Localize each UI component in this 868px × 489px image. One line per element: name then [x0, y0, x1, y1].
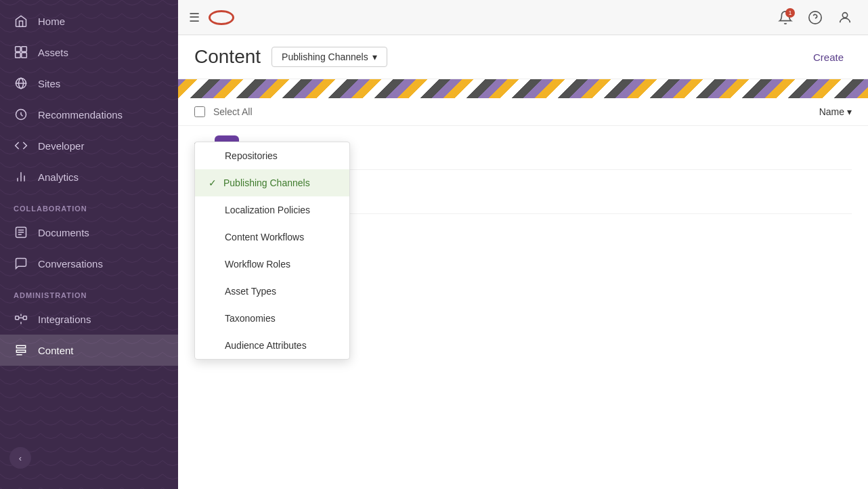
sidebar-item-content[interactable]: Content	[0, 335, 178, 366]
documents-icon	[14, 225, 28, 240]
notifications-button[interactable]: 1	[773, 5, 798, 30]
integrations-icon	[14, 312, 28, 326]
sidebar-item-developer[interactable]: Developer	[0, 130, 178, 161]
sidebar-item-documents[interactable]: Documents	[0, 217, 178, 248]
home-icon	[14, 14, 28, 28]
sites-icon	[14, 76, 28, 91]
sidebar-item-assets[interactable]: Assets	[0, 37, 178, 68]
svg-rect-2	[16, 53, 21, 58]
recommendations-icon	[14, 107, 28, 122]
oracle-oval	[209, 10, 234, 25]
select-all-checkbox[interactable]	[194, 106, 205, 117]
sidebar-item-recommendations[interactable]: Recommendations	[0, 99, 178, 130]
svg-rect-0	[16, 47, 21, 52]
analytics-icon	[14, 169, 28, 184]
sidebar-item-conversations[interactable]: Conversations	[0, 248, 178, 279]
dropdown-item-publishing-channels[interactable]: ✓ Publishing Channels	[195, 169, 349, 196]
profile-button[interactable]	[833, 5, 857, 30]
dropdown-menu: Repositories ✓ Publishing Channels Local…	[194, 142, 350, 360]
sidebar-item-developer-label: Developer	[38, 140, 84, 152]
sidebar-item-sites[interactable]: Sites	[0, 68, 178, 99]
dropdown-item-repositories[interactable]: Repositories	[195, 142, 349, 169]
sidebar-item-analytics[interactable]: Analytics	[0, 161, 178, 192]
sidebar-navigation: Home Assets Sites Recommendations Develo	[0, 0, 178, 489]
topbar: ☰ 1	[178, 0, 868, 35]
select-all-label: Select All	[213, 106, 253, 117]
dropdown-item-audience-attributes[interactable]: Audience Attributes	[195, 332, 349, 359]
sidebar-collapse-button[interactable]: ‹	[9, 447, 31, 469]
svg-rect-1	[22, 47, 27, 52]
developer-icon	[14, 138, 28, 153]
check-icon: ✓	[209, 177, 217, 188]
sidebar-item-recommendations-label: Recommendations	[38, 109, 123, 121]
table-header: Select All Name ▾	[178, 98, 868, 126]
collaboration-section-label: COLLABORATION	[0, 192, 178, 217]
dropdown-item-taxonomies[interactable]: Taxonomies	[195, 305, 349, 332]
svg-rect-13	[16, 316, 19, 320]
conversations-icon	[14, 256, 28, 271]
banner-stripe	[178, 79, 868, 98]
name-sort-button[interactable]: Name ▾	[819, 106, 852, 117]
help-button[interactable]	[803, 5, 827, 30]
notification-badge: 1	[785, 8, 795, 18]
sidebar-item-analytics-label: Analytics	[38, 171, 79, 183]
sidebar: Home Assets Sites Recommendations Develo	[0, 0, 178, 489]
dropdown-item-localization-policies[interactable]: Localization Policies	[195, 196, 349, 224]
sidebar-item-documents-label: Documents	[38, 227, 89, 238]
dropdown-item-asset-types[interactable]: Asset Types	[195, 278, 349, 305]
sidebar-item-assets-label: Assets	[38, 47, 68, 58]
sidebar-item-conversations-label: Conversations	[38, 258, 103, 270]
dropdown-arrow-icon: ▾	[372, 51, 377, 62]
sidebar-item-home[interactable]: Home	[0, 5, 178, 37]
svg-rect-14	[23, 316, 26, 320]
publishing-channels-dropdown[interactable]: Publishing Channels ▾	[272, 47, 387, 67]
svg-rect-3	[22, 53, 27, 58]
main-area: ☰ 1 Content Publishing Channels ▾ Create	[178, 0, 868, 489]
topbar-actions: 1	[773, 5, 857, 30]
sidebar-item-home-label: Home	[38, 16, 65, 27]
dropdown-item-workflow-roles[interactable]: Workflow Roles	[195, 251, 349, 278]
svg-point-17	[842, 12, 847, 17]
sidebar-item-integrations-label: Integrations	[38, 314, 91, 325]
administration-section-label: ADMINISTRATION	[0, 279, 178, 303]
svg-point-15	[809, 11, 821, 23]
dropdown-item-content-workflows[interactable]: Content Workflows	[195, 224, 349, 251]
assets-icon	[14, 45, 28, 60]
create-button[interactable]: Create	[805, 47, 852, 67]
content-icon	[14, 343, 28, 358]
oracle-logo	[208, 8, 235, 27]
page-header: Content Publishing Channels ▾ Create	[178, 35, 868, 79]
sidebar-item-content-label: Content	[38, 345, 74, 356]
sort-arrow-icon: ▾	[847, 106, 852, 117]
menu-icon[interactable]: ☰	[189, 10, 200, 25]
sidebar-item-sites-label: Sites	[38, 78, 60, 89]
page-title: Content	[194, 46, 261, 68]
content-area: Select All Name ▾ R	[178, 98, 868, 489]
sidebar-item-integrations[interactable]: Integrations	[0, 303, 178, 335]
